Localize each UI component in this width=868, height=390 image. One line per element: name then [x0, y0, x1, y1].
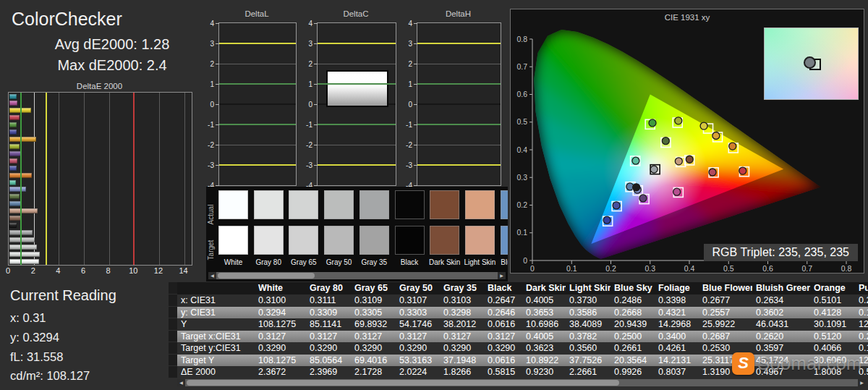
- cie-measured-point: [739, 167, 746, 174]
- swatch-target-gray-35: [359, 226, 389, 255]
- table-cell: Black: [484, 282, 522, 294]
- cie-measured-point: [729, 143, 736, 150]
- delta-chart-deltac: 43210-1-2-3-4: [317, 22, 396, 186]
- swatch-label: Dark Skin: [427, 258, 462, 266]
- row-gutter: [169, 294, 177, 307]
- table-cell: Orange: [810, 282, 855, 294]
- white-point-inset: [764, 27, 859, 100]
- y-tick-label: -1: [306, 121, 312, 129]
- table-cell: 0.2486: [610, 294, 655, 307]
- scrollbar-thumb[interactable]: [218, 273, 315, 279]
- scroll-left-button[interactable]: ◀: [177, 379, 185, 386]
- svg-text:0.8: 0.8: [516, 35, 527, 43]
- table-cell: 0.3127: [396, 331, 440, 343]
- swatch-label: Gray 80: [251, 258, 286, 266]
- y-tick-mark: [314, 64, 318, 64]
- cie-measured-point: [639, 195, 647, 202]
- table-cell: 108.1275: [255, 355, 306, 367]
- y-tick-mark: [216, 185, 219, 186]
- y-tick-mark: [216, 43, 219, 44]
- y-tick-label: -3: [406, 161, 412, 169]
- table-cell: 0.3290: [351, 342, 396, 355]
- y-tick-mark: [216, 124, 219, 125]
- table-cell: 0.3309: [306, 307, 351, 319]
- y-tick-label: 1: [408, 80, 412, 88]
- table-cell: 0.5120: [810, 331, 855, 343]
- table-scrollbar[interactable]: ◀▶: [177, 379, 866, 386]
- reference-line: [219, 103, 296, 105]
- table-cell: 2.3672: [255, 366, 306, 378]
- reference-line: [417, 124, 501, 125]
- table-cell: 0.3100: [255, 294, 306, 307]
- table-cell: Gray 35: [440, 282, 484, 294]
- deltae-bar-orange-yellow: [9, 137, 36, 142]
- swatch-scrollbar[interactable]: ◀▶: [208, 272, 506, 279]
- svg-text:0: 0: [523, 256, 527, 265]
- table-cell: 0.3653: [522, 307, 566, 319]
- row-gutter: [169, 355, 177, 367]
- table-cell: 0.3290: [255, 342, 306, 355]
- scrollbar-thumb[interactable]: [187, 380, 619, 386]
- reading-y: y: 0.3294: [10, 331, 59, 344]
- reference-line: [417, 64, 501, 64]
- table-cell: 46.0431: [752, 318, 810, 331]
- table-cell: Bluish Green: [752, 282, 810, 294]
- deltac-white-bar: [326, 70, 388, 107]
- reading-fl: fL: 31.558: [10, 350, 63, 364]
- reference-line: [20, 93, 22, 265]
- table-cell: 108.1275: [255, 318, 306, 331]
- reference-line: [417, 43, 501, 44]
- svg-text:0.6: 0.6: [516, 90, 527, 98]
- table-cell: 0.2677: [699, 294, 752, 307]
- svg-text:0.1: 0.1: [566, 264, 577, 273]
- current-reading-title: Current Reading: [10, 287, 116, 304]
- y-tick-mark: [414, 145, 417, 145]
- row-gutter: [169, 307, 177, 319]
- cie-measured-point: [675, 117, 682, 124]
- row-label: x: CIE31: [177, 294, 255, 307]
- y-tick-label: 2: [408, 60, 412, 68]
- y-tick-mark: [414, 104, 417, 105]
- swatch-label: Gray 50: [321, 258, 357, 266]
- deltae-bar-gray-65: [9, 245, 37, 250]
- table-cell: 37.1948: [440, 355, 484, 367]
- row-gutter: [169, 366, 177, 378]
- table-cell: 37.7526: [566, 355, 610, 367]
- y-tick-mark: [314, 23, 318, 24]
- svg-text:0.5: 0.5: [723, 264, 734, 273]
- row-label: [177, 282, 255, 294]
- scroll-right-button[interactable]: ▶: [498, 272, 506, 279]
- delta-chart-title: DeltaC: [317, 9, 395, 18]
- deltae-bar-blue-flower: [9, 187, 26, 192]
- swatch-actual-blue-sky: [501, 190, 508, 219]
- svg-text:0.4: 0.4: [516, 145, 527, 154]
- y-tick-label: -1: [208, 121, 214, 129]
- swatch-label: Black: [392, 258, 427, 266]
- table-cell: 0.8037: [655, 366, 699, 378]
- svg-text:0.3: 0.3: [516, 173, 527, 182]
- soomal-logo-icon: S: [732, 352, 754, 375]
- table-cell: 0.9926: [610, 366, 655, 378]
- table-cell: 14.2131: [655, 355, 699, 367]
- y-tick-label: 0: [408, 101, 412, 109]
- cie-measured-point: [613, 202, 620, 209]
- x-tick-label: 2: [31, 266, 35, 275]
- scroll-right-button[interactable]: ▶: [858, 379, 866, 386]
- swatch-target-gray-65: [289, 226, 318, 255]
- deltae-bar-purplish-blue: [9, 166, 17, 171]
- y-tick-mark: [414, 64, 417, 64]
- swatch-target-white: [218, 226, 248, 255]
- row-label-target: Target: [207, 234, 215, 266]
- scroll-left-button[interactable]: ◀: [208, 272, 216, 279]
- y-tick-mark: [216, 23, 219, 24]
- table-cell: 0.3103: [440, 294, 484, 307]
- table-cell: 0.2620: [752, 331, 810, 343]
- reference-line: [417, 145, 501, 145]
- swatch-actual-gray-50: [324, 190, 354, 219]
- table-cell: Blue Flower: [699, 282, 752, 294]
- table-cell: Blue Sky: [610, 282, 655, 294]
- y-tick-label: 0: [308, 101, 312, 109]
- row-gutter: [169, 331, 177, 343]
- table-cell: 0.3730: [566, 294, 610, 307]
- table-cell: 0.2634: [752, 294, 810, 307]
